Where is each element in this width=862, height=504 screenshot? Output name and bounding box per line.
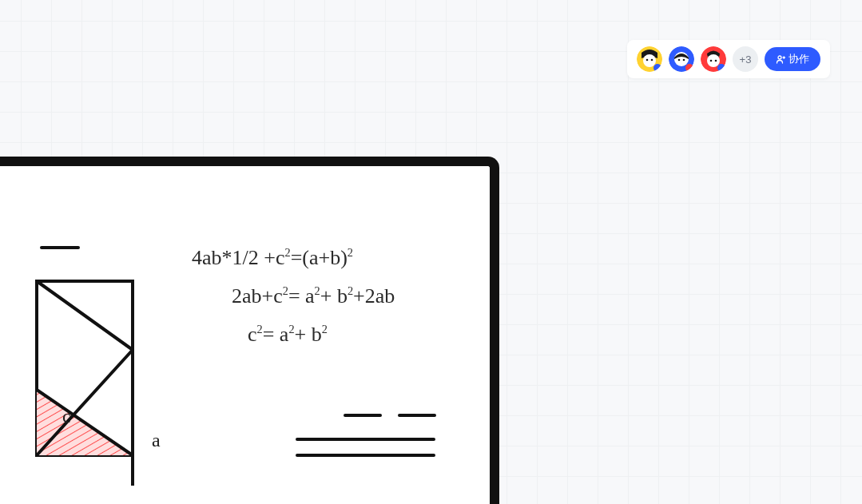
whiteboard-content: 4ab*1/2 +c2=(a+b)2 2ab+c2= a2+ b2+2ab c2…: [0, 166, 490, 504]
geometry-label-a: a: [152, 430, 161, 451]
equation-line-2: 2ab+c2= a2+ b2+2ab: [232, 284, 395, 308]
collaborate-button[interactable]: 协作: [765, 47, 820, 71]
sketch-stroke: [296, 438, 435, 441]
svg-point-1: [643, 54, 656, 67]
collaborator-avatar-3[interactable]: [701, 46, 726, 72]
svg-point-11: [707, 54, 720, 67]
svg-point-8: [683, 59, 685, 62]
svg-point-9: [685, 64, 693, 72]
person-icon: [776, 54, 785, 64]
collaborate-button-label: 协作: [789, 52, 809, 66]
svg-point-15: [778, 56, 781, 59]
sketch-stroke: [296, 454, 435, 457]
sketch-stroke: [40, 246, 80, 249]
svg-point-3: [651, 59, 653, 62]
svg-point-4: [653, 64, 661, 72]
geometry-diagram: [34, 278, 161, 486]
svg-point-2: [646, 59, 649, 62]
equation-line-3: c2= a2+ b2: [248, 323, 328, 347]
svg-point-12: [710, 60, 713, 62]
collaborator-avatar-2[interactable]: [669, 46, 694, 72]
svg-point-7: [678, 59, 681, 62]
collaborator-avatar-1[interactable]: [637, 46, 662, 72]
equation-line-1: 4ab*1/2 +c2=(a+b)2: [192, 246, 353, 270]
svg-point-14: [717, 64, 725, 72]
sketch-stroke: [398, 414, 436, 417]
overflow-count-text: +3: [740, 54, 752, 65]
collaboration-toolbar: +3 协作: [627, 40, 830, 78]
geometry-label-c: c: [62, 406, 71, 427]
whiteboard-frame[interactable]: 4ab*1/2 +c2=(a+b)2 2ab+c2= a2+ b2+2ab c2…: [0, 157, 499, 504]
svg-point-13: [715, 60, 717, 62]
collaborator-overflow-count[interactable]: +3: [733, 46, 758, 72]
sketch-stroke: [344, 414, 382, 417]
